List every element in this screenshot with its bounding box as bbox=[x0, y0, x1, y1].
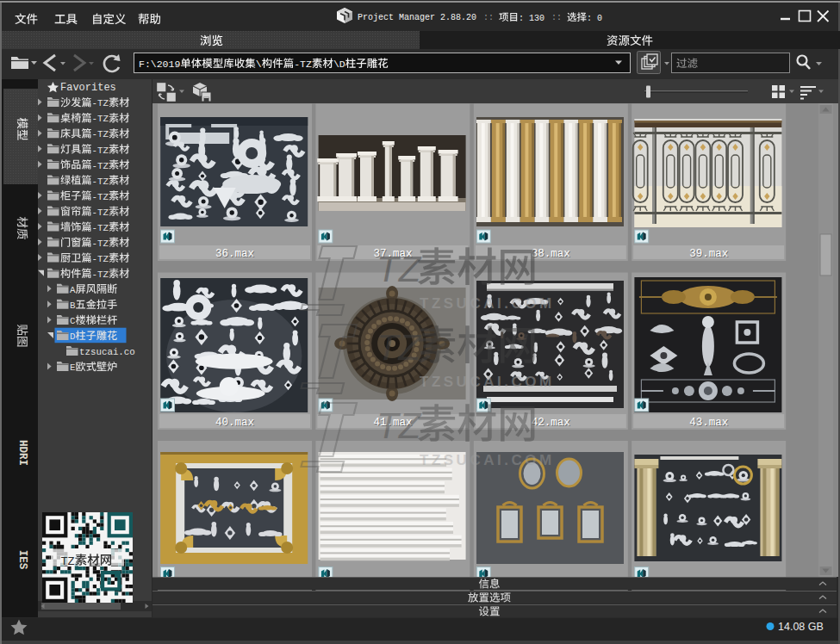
svg-text:14.08 GB: 14.08 GB bbox=[778, 621, 824, 633]
svg-text:42.max: 42.max bbox=[532, 417, 570, 429]
svg-text:TZ: TZ bbox=[61, 555, 75, 568]
svg-text:Project Manager 2.88.20: Project Manager 2.88.20 bbox=[358, 13, 476, 22]
svg-text:-TZ: -TZ bbox=[294, 59, 312, 70]
svg-text:40.max: 40.max bbox=[215, 417, 254, 429]
svg-text:\: \ bbox=[256, 59, 262, 70]
svg-text:F:\2019: F:\2019 bbox=[139, 59, 180, 70]
svg-text:-TZ: -TZ bbox=[92, 161, 109, 171]
svg-text:TZ: TZ bbox=[376, 406, 422, 446]
svg-text:TZSUCAI.COM: TZSUCAI.COM bbox=[420, 452, 555, 468]
svg-text:-TZ: -TZ bbox=[92, 176, 109, 187]
svg-text:::: :: bbox=[551, 13, 562, 22]
svg-text:IES: IES bbox=[16, 550, 28, 570]
svg-text:TZSUCAI.COM: TZSUCAI.COM bbox=[420, 374, 555, 390]
svg-text:-TZ: -TZ bbox=[92, 98, 109, 108]
svg-text:D: D bbox=[70, 331, 75, 342]
svg-text:36.max: 36.max bbox=[215, 248, 254, 260]
svg-text:-TZ: -TZ bbox=[92, 114, 109, 124]
svg-text:: 130: : 130 bbox=[519, 14, 544, 23]
svg-text:TZ: TZ bbox=[376, 327, 422, 368]
svg-text:-TZ: -TZ bbox=[92, 129, 109, 139]
svg-text:E: E bbox=[70, 362, 75, 373]
svg-text:-TZ: -TZ bbox=[92, 269, 109, 280]
svg-text:-TZ: -TZ bbox=[92, 192, 109, 202]
svg-text:HDRI: HDRI bbox=[16, 440, 28, 466]
svg-text:\D: \D bbox=[333, 59, 345, 70]
svg-text:39.max: 39.max bbox=[689, 248, 728, 260]
svg-text:TZSUCAI.COM: TZSUCAI.COM bbox=[420, 295, 555, 312]
svg-text:38.max: 38.max bbox=[532, 248, 570, 260]
svg-text:B: B bbox=[70, 300, 76, 311]
svg-text:::: :: bbox=[483, 13, 494, 22]
svg-text:A: A bbox=[70, 285, 76, 295]
svg-text:TZ: TZ bbox=[376, 249, 422, 289]
svg-text:-TZ: -TZ bbox=[92, 223, 109, 233]
svg-text:-TZ: -TZ bbox=[92, 254, 109, 264]
svg-text:-TZ: -TZ bbox=[92, 146, 109, 156]
svg-text:C: C bbox=[70, 316, 76, 326]
svg-text:-TZ: -TZ bbox=[92, 238, 109, 249]
svg-text:Favorites: Favorites bbox=[60, 82, 116, 94]
svg-text:: 0: : 0 bbox=[587, 14, 602, 23]
svg-text:tzsucai.co: tzsucai.co bbox=[79, 347, 135, 357]
svg-text:43.max: 43.max bbox=[689, 417, 728, 429]
svg-text:-TZ: -TZ bbox=[92, 207, 109, 218]
